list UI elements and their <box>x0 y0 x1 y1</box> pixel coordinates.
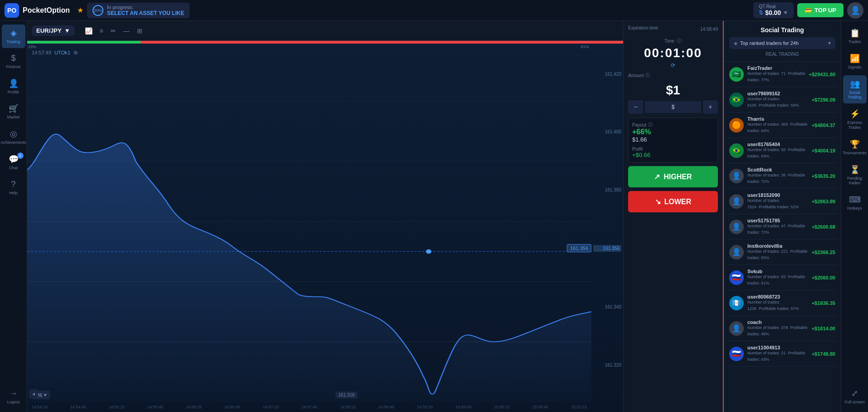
sidebar-item-finance[interactable]: $ Finance <box>2 50 25 73</box>
trader-stats-0: Number of trades: 71 Profitable trades: … <box>747 71 805 83</box>
trader-name-3: user81765404 <box>747 142 808 147</box>
avatar[interactable]: 👤 <box>847 2 863 19</box>
asset-selector[interactable]: EUR/JPY ▼ <box>32 25 75 36</box>
filter-dropdown[interactable]: ◈ Top ranked traders for 24h ▾ <box>729 37 835 49</box>
logo-text: PocketOption <box>23 6 70 15</box>
trader-profit-10: +$1814.00 <box>812 326 835 331</box>
timer-display: 00:01:00 <box>628 46 718 60</box>
in-progress-label: In progress: <box>107 5 184 10</box>
indicators-button[interactable]: ≡ <box>97 25 106 36</box>
chart-toolbar: EUR/JPY ▼ 📈 ≡ ✏ — ⊞ <box>27 21 623 41</box>
trader-row-8[interactable]: 🇷🇺 Svkub Number of trades: 83 Profitable… <box>727 265 837 290</box>
filter-label: Top ranked traders for 24h <box>740 40 825 46</box>
trader-row-10[interactable]: 👤 coach Number of trades: 378 Profitable… <box>727 316 837 341</box>
amount-controls: − $ + <box>628 100 718 114</box>
trader-info-2: Tharris Number of trades: 300 Profitable… <box>747 116 808 134</box>
logout-icon: → <box>10 389 18 398</box>
trader-row-2[interactable]: 🟠 Tharris Number of trades: 300 Profitab… <box>727 113 837 138</box>
star-icon[interactable]: ★ <box>77 6 83 15</box>
trader-avatar-0: 🇸🇦 <box>729 67 744 82</box>
profit-label: Profit <box>632 147 643 152</box>
trader-avatar-3: 🇧🇷 <box>729 143 744 158</box>
social-panel: Social Trading ◈ Top ranked traders for … <box>723 21 841 412</box>
trader-row-0[interactable]: 🇸🇦 FaizTrader Number of trades: 71 Profi… <box>727 62 837 87</box>
trader-info-10: coach Number of trades: 378 Profitable t… <box>747 319 808 337</box>
price-label-2: 161.400 <box>593 129 621 134</box>
sidebar-item-tournaments[interactable]: 🏆 Tournaments <box>843 136 867 159</box>
trader-profit-5: +$2863.89 <box>812 199 835 204</box>
trader-stats-4: Number of trades: 36 Profitable trades: … <box>747 172 808 185</box>
grid-button[interactable]: ⊞ <box>134 25 145 36</box>
sidebar-item-hotkeys[interactable]: ⌨ Hotkeys <box>843 191 867 215</box>
trader-avatar-10: 👤 <box>729 321 744 336</box>
price-label-4: 161.340 <box>593 304 621 309</box>
sidebar-item-market[interactable]: 🛒 Market <box>2 100 25 123</box>
price-labels: 161.420 161.400 161.380 161.356 161.340 … <box>591 41 623 398</box>
sidebar-item-trades[interactable]: 📋 Trades <box>843 25 867 48</box>
amount-increase-button[interactable]: + <box>703 100 718 114</box>
finance-icon: $ <box>11 54 15 63</box>
sidebar-item-help[interactable]: ? Help <box>2 176 25 199</box>
trader-stats-2: Number of trades: 300 Profitable trades:… <box>747 122 808 134</box>
trader-row-1[interactable]: 🇧🇷 user79699162 Number of trades: 8105 P… <box>727 87 837 113</box>
progress-circle: 20% <box>93 5 103 16</box>
sidebar-item-logout[interactable]: → Logout <box>5 385 22 408</box>
account-type: QT Real <box>759 4 788 9</box>
amount-decrease-button[interactable]: − <box>628 100 643 114</box>
trader-stats-8: Number of trades: 83 Profitable trades: … <box>747 274 808 286</box>
expiry-time-label: Expiration time <box>628 25 658 30</box>
trader-name-9: user80068723 <box>747 294 808 299</box>
line-button[interactable]: — <box>121 25 132 36</box>
trader-name-11: user11004913 <box>747 345 808 350</box>
trader-info-4: ScottRock Number of trades: 36 Profitabl… <box>747 167 808 185</box>
sidebar-item-fullscreen[interactable]: ⤢ Full screen <box>843 385 867 408</box>
sidebar-item-chat[interactable]: 💬 Chat 2 <box>2 151 25 174</box>
trader-row-11[interactable]: 🇷🇺 user11004913 Number of trades: 21 Pro… <box>727 341 837 367</box>
price-label-current: 161.356 <box>593 245 621 252</box>
expiry-section: Expiration time 14:58:49 <box>628 25 718 34</box>
nav-left-button[interactable]: ◂ <box>29 389 38 398</box>
trader-row-5[interactable]: 👤 user18152090 Number of trades: 1524 Pr… <box>727 189 837 214</box>
sidebar-item-signals[interactable]: 📶 Signals <box>843 50 867 74</box>
refresh-icon[interactable]: ⟳ <box>628 62 718 69</box>
market-icon: 🛒 <box>9 103 19 113</box>
trader-row-6[interactable]: 👤 user51751785 Number of trades: 47 Prof… <box>727 214 837 240</box>
trader-name-5: user18152090 <box>747 192 808 198</box>
trader-info-1: user79699162 Number of trades: 8105 Prof… <box>747 91 808 108</box>
higher-button[interactable]: ↗ HIGHER <box>628 166 718 187</box>
balance-dropdown-icon[interactable]: ▼ <box>783 10 788 16</box>
amount-label: Amount ⓘ <box>628 72 718 78</box>
social-panel-title: Social Trading <box>729 26 835 34</box>
amount-section: Amount ⓘ $1 − $ + <box>628 72 718 114</box>
trader-info-8: Svkub Number of trades: 83 Profitable tr… <box>747 269 808 286</box>
in-progress-area: 20% In progress: SELECT AN ASSET YOU LIK… <box>87 3 190 18</box>
right-sidebar: 📋 Trades 📶 Signals 👥 Social Trading ⚡ Ex… <box>841 21 868 412</box>
trader-avatar-4: 👤 <box>729 169 744 183</box>
trades-icon: 📋 <box>850 28 860 38</box>
trader-avatar-1: 🇧🇷 <box>729 93 744 107</box>
price-label-5: 161.320 <box>593 363 621 368</box>
trader-stats-9: Number of trades: 1236 Profitable trades… <box>747 299 808 312</box>
sidebar-item-trading[interactable]: ◈ Trading <box>2 25 25 48</box>
sidebar-item-profile[interactable]: 👤 Profile <box>2 75 25 98</box>
price-label-1: 161.420 <box>593 72 621 77</box>
chart-type-button[interactable]: 📈 <box>82 25 95 36</box>
draw-button[interactable]: ✏ <box>108 25 119 36</box>
help-icon: ? <box>11 180 15 189</box>
sidebar-item-achievements[interactable]: ◎ Achievements <box>2 125 25 149</box>
balance-area: QT Real ⇅ $0.00 ▼ <box>753 2 794 18</box>
trader-row-7[interactable]: 👤 Instkorolevillia Number of trades: 221… <box>727 240 837 265</box>
signals-icon: 📶 <box>850 54 860 64</box>
trader-row-3[interactable]: 🇧🇷 user81765404 Number of trades: 50 Pro… <box>727 138 837 163</box>
chart-svg <box>27 41 591 402</box>
social-panel-header: Social Trading ◈ Top ranked traders for … <box>724 21 841 62</box>
topup-button[interactable]: 💳 TOP UP <box>797 3 844 17</box>
sidebar-item-pending-trades[interactable]: ⏳ Pending trades <box>843 161 867 190</box>
trader-row-9[interactable]: 🇬🇹 user80068723 Number of trades: 1236 P… <box>727 290 837 316</box>
lower-button[interactable]: ↘ LOWER <box>628 191 718 212</box>
express-trades-icon: ⚡ <box>850 109 860 119</box>
trader-row-4[interactable]: 👤 ScottRock Number of trades: 36 Profita… <box>727 163 837 189</box>
sidebar-item-social-trading[interactable]: 👥 Social Trading <box>843 75 867 104</box>
trader-stats-3: Number of trades: 50 Profitable trades: … <box>747 147 808 159</box>
sidebar-item-express-trades[interactable]: ⚡ Express Trades <box>843 105 867 134</box>
